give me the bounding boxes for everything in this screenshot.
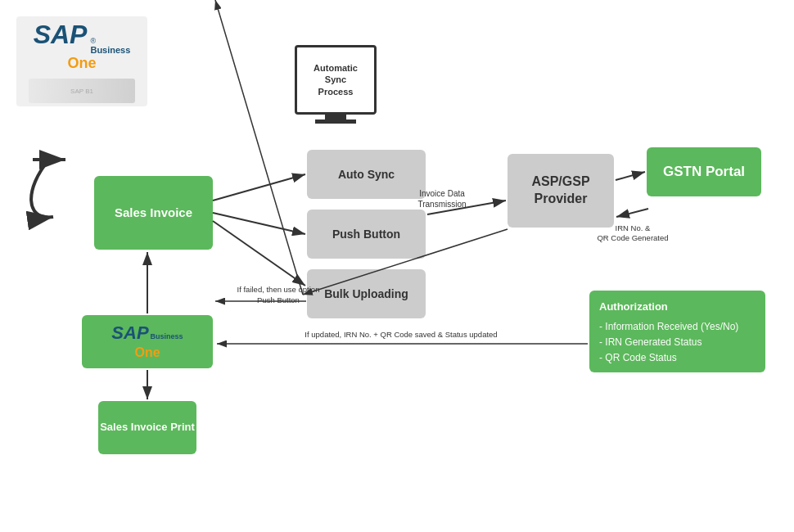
svg-line-3 xyxy=(213,174,305,201)
bulk-uploading-box: Bulk Uploading xyxy=(307,269,426,318)
monitor-box: Automatic Sync Process xyxy=(295,45,377,115)
auth-box: Authorization - Information Received (Ye… xyxy=(589,291,765,372)
auth-item3: - QR Code Status xyxy=(599,350,756,366)
business-text: Business xyxy=(90,45,130,55)
monitor-stand xyxy=(325,113,346,119)
gstn-portal-label: GSTN Portal xyxy=(663,163,745,181)
svg-line-8 xyxy=(616,209,648,217)
sales-invoice-print-label: Sales Invoice Print xyxy=(100,421,195,435)
auto-sync-box: Auto Sync xyxy=(307,150,426,199)
gstn-portal-box: GSTN Portal xyxy=(647,147,761,196)
auth-item2: - IRN Generated Status xyxy=(599,335,756,350)
bulk-uploading-label: Bulk Uploading xyxy=(324,286,408,301)
sales-invoice-box: Sales Invoice xyxy=(94,176,213,250)
svg-text:Invoice Data: Invoice Data xyxy=(419,189,465,198)
auth-title: Authorization xyxy=(599,299,756,316)
monitor-base xyxy=(315,119,356,124)
svg-text:If updated, IRN No. + QR Code : If updated, IRN No. + QR Code saved & St… xyxy=(305,330,497,339)
logo-decoration: SAP B1 xyxy=(29,75,135,103)
sap-text: SAP xyxy=(34,20,88,50)
auto-sync-label: Auto Sync xyxy=(338,167,395,182)
svg-line-4 xyxy=(213,213,305,234)
push-button-box: Push Button xyxy=(307,210,426,259)
registered-symbol: ® xyxy=(90,37,130,45)
sap-one-one-text: One xyxy=(134,345,160,362)
sap-one-logo-text: One xyxy=(67,55,96,72)
svg-text:Push Button: Push Button xyxy=(257,295,300,304)
sales-invoice-label: Sales Invoice xyxy=(115,205,192,221)
svg-line-5 xyxy=(213,221,305,286)
svg-text:Transmission: Transmission xyxy=(417,200,466,209)
auth-item1: - Information Received (Yes/No) xyxy=(599,319,756,335)
sap-one-business-text: Business xyxy=(151,333,183,340)
monitor-line2: Sync xyxy=(325,74,346,85)
asp-gsp-box: ASP/GSP Provider xyxy=(508,154,614,228)
sap-one-box: SAP Business One xyxy=(82,315,213,368)
svg-line-10 xyxy=(215,0,303,295)
svg-text:IRN No. &: IRN No. & xyxy=(616,223,651,232)
diagram-container: SAP ® Business One SAP B1 Automatic Sync… xyxy=(0,0,794,532)
sales-invoice-print-box: Sales Invoice Print xyxy=(98,401,196,454)
svg-line-6 xyxy=(427,201,506,214)
svg-text:QR Code Generated: QR Code Generated xyxy=(597,233,668,242)
push-button-label: Push Button xyxy=(332,227,400,241)
sap-one-inner: SAP Business One xyxy=(111,322,183,362)
svg-line-7 xyxy=(616,172,645,180)
sap-one-sap-text: SAP xyxy=(111,322,148,345)
asp-gsp-label: ASP/GSP Provider xyxy=(531,174,589,208)
monitor-line3: Process xyxy=(318,86,354,97)
sap-logo: SAP ® Business One SAP B1 xyxy=(16,16,147,106)
monitor-line1: Automatic xyxy=(314,62,358,74)
